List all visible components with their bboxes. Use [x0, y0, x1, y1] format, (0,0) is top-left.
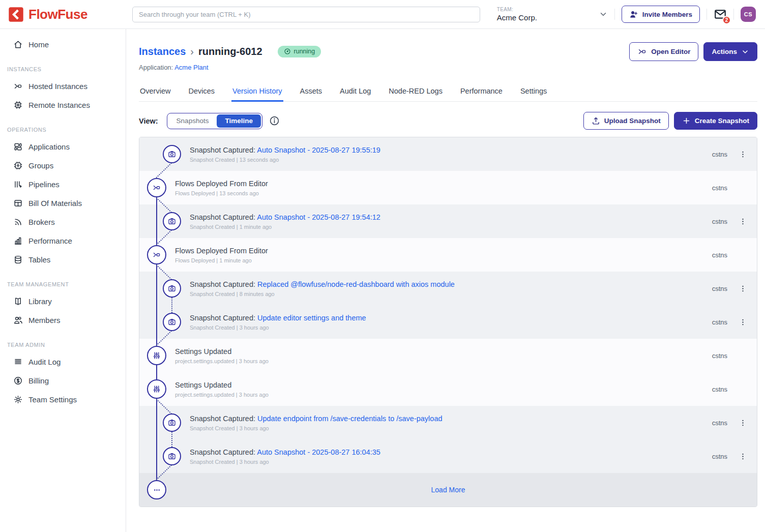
view-toggle-timeline[interactable]: Timeline [217, 114, 261, 128]
timeline-row: Snapshot Captured: Update editor setting… [139, 305, 757, 339]
open-editor-button[interactable]: Open Editor [629, 42, 698, 61]
breadcrumb-separator: › [190, 46, 194, 57]
sidebar-item-label: Groups [28, 161, 53, 170]
actions-label: Actions [712, 48, 737, 55]
sidebar-item-label: Audit Log [28, 358, 61, 366]
timeline-row-title: Snapshot Captured: Auto Snapshot - 2025-… [190, 448, 380, 457]
view-toggle: SnapshotsTimeline [167, 113, 262, 129]
tab-assets[interactable]: Assets [299, 82, 323, 102]
team-selector[interactable]: TEAM: Acme Corp. [497, 7, 608, 22]
instance-tabs: OverviewDevicesVersion HistoryAssetsAudi… [139, 82, 757, 102]
snapshot-link[interactable]: Replaced @flowfuse/node-red-dashboard wi… [257, 280, 455, 288]
chevron-down-icon [599, 10, 608, 19]
sidebar-item-team-settings[interactable]: Team Settings [0, 390, 126, 409]
sidebar-item-applications[interactable]: Applications [0, 137, 126, 156]
timeline-row-title: Settings Updated [175, 380, 269, 390]
timeline-row-meta: Snapshot Created | 3 hours ago [190, 459, 380, 465]
camera-icon [163, 212, 181, 230]
groups-icon [13, 161, 23, 170]
sidebar-item-groups[interactable]: Groups [0, 156, 126, 175]
upload-snapshot-button[interactable]: Upload Snapshot [583, 112, 669, 130]
sidebar-item-pipelines[interactable]: Pipelines [0, 175, 126, 194]
timeline-row-user: cstns [712, 218, 727, 225]
row-menu-button[interactable] [738, 283, 748, 294]
sidebar-item-home[interactable]: Home [0, 35, 126, 54]
timeline-row: Snapshot Captured: Replaced @flowfuse/no… [139, 272, 757, 305]
flow-icon [147, 245, 166, 264]
kebab-icon [739, 419, 747, 427]
application-link[interactable]: Acme Plant [174, 64, 208, 71]
members-icon [13, 315, 23, 325]
info-icon[interactable] [269, 115, 280, 126]
sidebar-item-brokers[interactable]: Brokers [0, 213, 126, 231]
sidebar-item-performance[interactable]: Performance [0, 231, 126, 250]
snapshot-link[interactable]: Auto Snapshot - 2025-08-27 16:04:35 [257, 448, 380, 456]
search-input[interactable] [132, 7, 480, 22]
row-menu-button[interactable] [738, 216, 748, 227]
sidebar-item-library[interactable]: Library [0, 292, 126, 311]
tab-settings[interactable]: Settings [519, 82, 548, 102]
row-menu-button[interactable] [738, 149, 748, 160]
timeline-row-user: cstns [712, 453, 727, 460]
row-menu-button[interactable] [738, 451, 748, 462]
sidebar-item-tables[interactable]: Tables [0, 250, 126, 269]
tab-audit-log[interactable]: Audit Log [339, 82, 372, 102]
timeline-row-meta: Snapshot Created | 8 minutes ago [190, 291, 455, 297]
sidebar-item-remote-instances[interactable]: Remote Instances [0, 96, 126, 114]
pipelines-icon [13, 180, 23, 189]
tab-devices[interactable]: Devices [187, 82, 216, 102]
view-toggle-snapshots[interactable]: Snapshots [168, 114, 217, 128]
snapshot-link[interactable]: Update endpoint from /save-credentials t… [257, 415, 443, 423]
create-snapshot-button[interactable]: Create Snapshot [674, 112, 757, 130]
sidebar-item-hosted-instances[interactable]: Hosted Instances [0, 77, 126, 96]
status-label: running [294, 48, 315, 55]
sidebar-item-label: Home [28, 40, 49, 49]
sidebar-section-heading: TEAM ADMIN [0, 342, 126, 348]
brand-name: FlowFuse [28, 7, 87, 22]
flowfuse-logo-icon [8, 7, 24, 22]
timeline-row-title: Flows Deployed From Editor [175, 179, 268, 189]
tab-overview[interactable]: Overview [139, 82, 171, 102]
sidebar-item-audit-log[interactable]: Audit Log [0, 352, 126, 371]
timeline-row-meta: project.settings.updated | 3 hours ago [175, 392, 269, 398]
row-menu-button[interactable] [738, 317, 748, 328]
chip-icon [13, 100, 23, 110]
user-plus-icon [629, 10, 638, 19]
tab-version-history[interactable]: Version History [231, 82, 283, 102]
actions-button[interactable]: Actions [703, 42, 757, 61]
sidebar-section-heading: OPERATIONS [0, 127, 126, 133]
ellipsis-icon [147, 480, 166, 499]
running-status-icon [284, 48, 291, 55]
snapshot-link[interactable]: Auto Snapshot - 2025-08-27 19:54:12 [257, 213, 380, 221]
timeline-row-title: Snapshot Captured: Replaced @flowfuse/no… [190, 280, 455, 289]
kebab-icon [739, 318, 747, 327]
timeline-row-meta: Flows Deployed | 1 minute ago [175, 257, 268, 263]
library-icon [13, 297, 23, 306]
timeline-connector [171, 432, 172, 447]
sidebar-item-label: Brokers [28, 218, 55, 226]
timeline-row: Flows Deployed From Editor Flows Deploye… [139, 171, 757, 204]
instance-name: running-6012 [198, 46, 262, 57]
tab-performance[interactable]: Performance [459, 82, 504, 102]
row-menu-button[interactable] [738, 418, 748, 428]
user-avatar[interactable]: CS [741, 7, 756, 22]
sidebar-item-members[interactable]: Members [0, 311, 126, 330]
status-badge: running [278, 46, 321, 57]
snapshot-link[interactable]: Auto Snapshot - 2025-08-27 19:55:19 [257, 146, 380, 154]
gear-icon [13, 395, 23, 404]
sidebar-item-bill-of-materials[interactable]: Bill Of Materials [0, 194, 126, 213]
tab-node-red-logs[interactable]: Node-RED Logs [388, 82, 444, 102]
load-more-link[interactable]: Load More [431, 486, 465, 494]
invite-members-button[interactable]: Invite Members [622, 6, 700, 23]
breadcrumb-instances-link[interactable]: Instances [139, 46, 186, 57]
open-editor-label: Open Editor [651, 48, 690, 55]
notifications-button[interactable]: 2 [714, 8, 727, 21]
flowfuse-logo[interactable]: FlowFuse [0, 7, 126, 22]
timeline-row: Settings Updated project.settings.update… [139, 372, 757, 406]
sidebar-item-billing[interactable]: Billing [0, 371, 126, 390]
kebab-icon [739, 452, 747, 461]
snapshot-link[interactable]: Update editor settings and theme [257, 314, 366, 322]
timeline-connector [171, 298, 172, 313]
notifications-badge: 2 [722, 16, 731, 24]
breadcrumb: Instances › running-6012 [139, 46, 262, 57]
